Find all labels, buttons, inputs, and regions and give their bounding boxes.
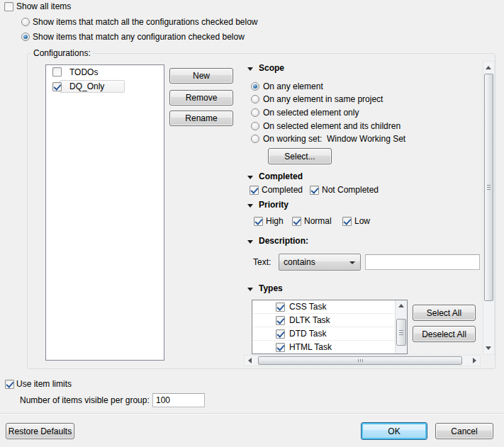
- type-dtd-checkbox[interactable]: [276, 329, 285, 339]
- row-separator: [252, 340, 395, 341]
- scrollbar-grip: [399, 330, 403, 336]
- priority-low-checkbox[interactable]: [342, 217, 352, 226]
- match-all-radio[interactable]: [21, 18, 30, 26]
- types-header[interactable]: Types: [259, 283, 283, 294]
- priority-low-label: Low: [354, 216, 370, 227]
- priority-twistie-icon[interactable]: [247, 204, 253, 208]
- description-twistie-icon[interactable]: [247, 240, 253, 244]
- types-twistie-icon[interactable]: [247, 288, 253, 291]
- match-any-label: Show items that match any configuration …: [33, 32, 245, 43]
- completed-header[interactable]: Completed: [259, 171, 303, 182]
- select-all-button[interactable]: Select All: [413, 305, 476, 321]
- panel-vertical-scrollbar[interactable]: [483, 61, 495, 355]
- chevron-down-icon: [349, 261, 355, 264]
- scroll-up-icon[interactable]: [486, 66, 491, 69]
- completed-label: Completed: [262, 185, 303, 196]
- type-css-label: CSS Task: [289, 302, 326, 312]
- description-text-input[interactable]: [365, 254, 480, 270]
- config-todos-checkbox[interactable]: [52, 67, 62, 77]
- types-list-scrollbar[interactable]: [395, 300, 407, 353]
- completed-twistie-icon[interactable]: [247, 176, 253, 179]
- type-dltk-label: DLTK Task: [289, 315, 330, 326]
- restore-defaults-button[interactable]: Restore Defaults: [6, 423, 74, 439]
- scope-selected-only-label: On selected element only: [263, 108, 359, 118]
- scope-working-set-label: On working set: Window Working Set: [263, 134, 405, 145]
- type-dtd-label: DTD Task: [289, 329, 326, 339]
- completed-checkbox[interactable]: [250, 186, 259, 195]
- row-separator: [252, 313, 395, 314]
- show-all-items-checkbox[interactable]: [4, 2, 13, 11]
- priority-header[interactable]: Priority: [259, 200, 289, 210]
- description-match-combo[interactable]: contains: [279, 254, 361, 271]
- description-text-label: Text:: [253, 257, 271, 268]
- scope-header[interactable]: Scope: [259, 63, 284, 74]
- configurations-list[interactable]: TODOs DQ_Only: [45, 64, 164, 361]
- scroll-down-icon[interactable]: [486, 346, 491, 350]
- cancel-button[interactable]: Cancel: [435, 423, 493, 439]
- priority-high-checkbox[interactable]: [254, 217, 263, 226]
- items-per-group-label: Number of items visible per group:: [20, 395, 150, 406]
- panel-vscrollbar-thumb[interactable]: [484, 74, 493, 301]
- scroll-left-icon[interactable]: [248, 358, 252, 363]
- config-dqonly-checkbox[interactable]: [52, 82, 62, 91]
- scope-any-element-radio[interactable]: [251, 82, 259, 91]
- type-css-checkbox[interactable]: [276, 302, 285, 312]
- deselect-all-button[interactable]: Deselect All: [413, 326, 476, 342]
- priority-normal-label: Normal: [304, 216, 332, 227]
- panel-horizontal-scrollbar[interactable]: [244, 355, 481, 366]
- footer-separator: [0, 413, 504, 414]
- ok-button[interactable]: OK: [361, 422, 427, 440]
- select-working-set-button[interactable]: Select...: [268, 148, 332, 164]
- new-button[interactable]: New: [169, 68, 233, 84]
- match-any-radio[interactable]: [21, 33, 30, 41]
- types-scrollbar-thumb[interactable]: [396, 319, 406, 346]
- type-html-checkbox[interactable]: [276, 343, 285, 352]
- scope-same-project-label: On any element in same project: [263, 94, 383, 105]
- show-all-items-label: Show all items: [16, 1, 71, 12]
- config-todos-label[interactable]: TODOs: [69, 67, 98, 78]
- config-dqonly-label[interactable]: DQ_Only: [69, 81, 104, 92]
- configurations-group-label: Configurations:: [31, 48, 93, 59]
- scrollbar-grip: [358, 359, 364, 362]
- scope-same-project-radio[interactable]: [251, 95, 259, 103]
- scope-twistie-icon[interactable]: [247, 67, 253, 71]
- not-completed-label: Not Completed: [322, 185, 379, 196]
- items-per-group-input[interactable]: [152, 393, 205, 407]
- scrollbar-grip: [487, 185, 491, 191]
- priority-high-label: High: [266, 216, 284, 227]
- description-match-value: contains: [284, 257, 315, 267]
- type-html-label: HTML Task: [289, 342, 332, 353]
- scope-selected-children-label: On selected element and its children: [263, 121, 401, 132]
- scroll-up-icon[interactable]: [398, 304, 404, 307]
- types-list[interactable]: CSS Task DLTK Task DTD Task HTML Task: [252, 300, 408, 354]
- scroll-right-icon[interactable]: [473, 358, 476, 363]
- remove-button[interactable]: Remove: [169, 90, 233, 106]
- use-item-limits-checkbox[interactable]: [5, 380, 14, 389]
- priority-normal-checkbox[interactable]: [292, 217, 301, 226]
- use-item-limits-label: Use item limits: [16, 379, 72, 390]
- match-all-label: Show items that match all the configurat…: [33, 17, 258, 28]
- type-dltk-checkbox[interactable]: [276, 316, 285, 325]
- panel-hscrollbar-thumb[interactable]: [258, 356, 462, 365]
- rename-button[interactable]: Rename: [169, 111, 233, 126]
- description-header[interactable]: Description:: [259, 236, 308, 247]
- scope-selected-only-radio[interactable]: [251, 108, 259, 117]
- not-completed-checkbox[interactable]: [310, 186, 319, 195]
- scope-selected-children-radio[interactable]: [251, 122, 259, 130]
- row-separator: [252, 327, 395, 327]
- scope-working-set-radio[interactable]: [251, 135, 259, 143]
- scope-any-element-label: On any element: [263, 81, 323, 92]
